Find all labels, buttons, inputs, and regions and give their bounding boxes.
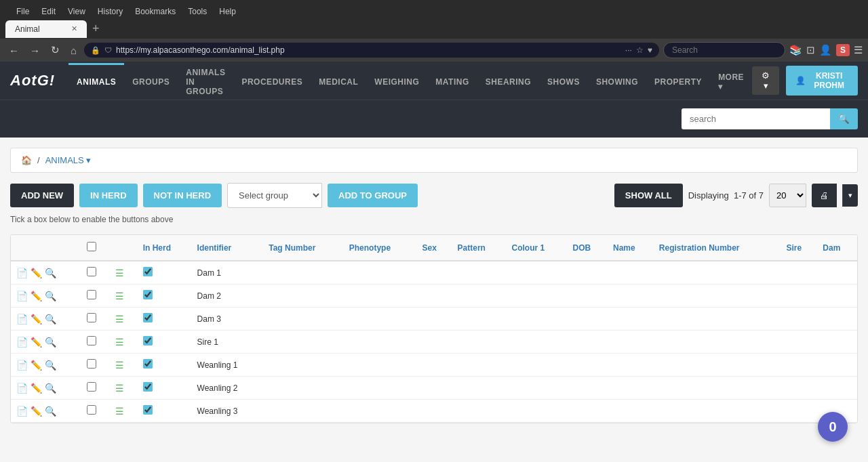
row-checkbox[interactable]: [87, 290, 96, 299]
search-row-icon[interactable]: 🔍: [45, 268, 56, 278]
col-in-herd-link[interactable]: In Herd: [143, 243, 171, 253]
nav-mating[interactable]: MATING: [427, 63, 477, 99]
edit-icon[interactable]: ✏️: [31, 360, 42, 371]
row-checkbox[interactable]: [87, 405, 96, 415]
menu-history[interactable]: History: [92, 5, 128, 18]
home-icon[interactable]: 🏠: [21, 155, 32, 165]
doc-icon[interactable]: 📄: [16, 314, 28, 324]
edit-icon[interactable]: ✏️: [31, 383, 42, 394]
new-tab-button[interactable]: +: [87, 19, 105, 39]
nav-more[interactable]: MORE: [710, 58, 752, 104]
search-row-icon[interactable]: 🔍: [45, 360, 56, 371]
in-herd-checkbox[interactable]: [143, 405, 153, 415]
print-button[interactable]: 🖨: [812, 184, 837, 207]
col-dob-link[interactable]: DOB: [573, 243, 591, 253]
nav-showing[interactable]: SHOWING: [588, 63, 646, 99]
col-sire-link[interactable]: Sire: [786, 243, 802, 253]
nav-shearing[interactable]: SHEARING: [477, 63, 539, 99]
reload-button[interactable]: ↻: [47, 42, 63, 58]
menu-bookmarks[interactable]: Bookmarks: [130, 5, 181, 18]
search-row-icon[interactable]: 🔍: [45, 406, 56, 417]
menu-view[interactable]: View: [62, 5, 91, 18]
show-all-button[interactable]: SHOW ALL: [614, 184, 683, 207]
doc-icon[interactable]: 📄: [16, 406, 28, 417]
nav-weighing[interactable]: WEIGHING: [366, 63, 427, 99]
nav-medical[interactable]: MEDICAL: [311, 63, 366, 99]
edit-icon[interactable]: ✏️: [31, 337, 42, 348]
search-button[interactable]: 🔍: [830, 108, 858, 129]
in-herd-checkbox[interactable]: [143, 382, 153, 392]
nav-groups[interactable]: GROUPS: [124, 63, 178, 99]
col-sex-link[interactable]: Sex: [422, 243, 437, 253]
edit-icon[interactable]: ✏️: [31, 406, 42, 417]
in-herd-checkbox[interactable]: [143, 290, 153, 299]
in-herd-checkbox[interactable]: [143, 359, 153, 369]
row-checkbox[interactable]: [87, 267, 96, 276]
sidebar-icon[interactable]: ⊡: [806, 44, 815, 56]
row-checkbox[interactable]: [87, 359, 96, 369]
print-dropdown-button[interactable]: ▾: [842, 184, 858, 207]
per-page-select[interactable]: 20: [769, 184, 806, 207]
user-button[interactable]: 👤 KRISTI PROHM: [786, 66, 858, 96]
edit-icon[interactable]: ✏️: [31, 268, 42, 278]
add-to-group-button[interactable]: ADD TO GROUP: [328, 184, 418, 207]
search-input[interactable]: [682, 108, 830, 129]
list-icon[interactable]: ☰: [115, 337, 124, 348]
hamburger-icon[interactable]: ☰: [854, 44, 863, 56]
nav-animals[interactable]: ANIMALS: [68, 63, 124, 99]
nav-property[interactable]: PROPERTY: [646, 63, 710, 99]
doc-icon[interactable]: 📄: [16, 337, 28, 348]
select-group-dropdown[interactable]: Select group: [227, 183, 322, 208]
search-row-icon[interactable]: 🔍: [45, 337, 56, 348]
menu-tools[interactable]: Tools: [182, 5, 212, 18]
list-icon[interactable]: ☰: [115, 268, 124, 278]
menu-file[interactable]: File: [11, 5, 35, 18]
list-icon[interactable]: ☰: [115, 360, 124, 371]
menu-edit[interactable]: Edit: [36, 5, 61, 18]
profile-icon[interactable]: S: [836, 44, 850, 56]
search-row-icon[interactable]: 🔍: [45, 383, 56, 394]
add-new-button[interactable]: ADD NEW: [10, 184, 74, 207]
search-row-icon[interactable]: 🔍: [45, 314, 56, 324]
nav-procedures[interactable]: PROCEDURES: [233, 63, 311, 99]
settings-button[interactable]: ⚙ ▾: [752, 66, 779, 95]
in-herd-button[interactable]: IN HERD: [79, 184, 137, 207]
col-identifier-link[interactable]: Identifier: [197, 243, 232, 253]
in-herd-checkbox[interactable]: [143, 267, 153, 276]
in-herd-checkbox[interactable]: [143, 313, 153, 322]
list-icon[interactable]: ☰: [115, 406, 124, 417]
row-checkbox[interactable]: [87, 313, 96, 322]
tab-close-button[interactable]: ✕: [71, 24, 77, 33]
list-icon[interactable]: ☰: [115, 291, 124, 301]
row-checkbox[interactable]: [87, 382, 96, 392]
col-colour1-link[interactable]: Colour 1: [511, 243, 545, 253]
back-button[interactable]: ←: [5, 43, 22, 58]
doc-icon[interactable]: 📄: [16, 291, 28, 301]
col-reg-number-link[interactable]: Registration Number: [659, 243, 740, 253]
doc-icon[interactable]: 📄: [16, 360, 28, 371]
col-tag-number-link[interactable]: Tag Number: [269, 243, 315, 253]
list-icon[interactable]: ☰: [115, 383, 124, 394]
notification-icon[interactable]: 👤: [819, 44, 832, 56]
in-herd-checkbox[interactable]: [143, 336, 153, 345]
edit-icon[interactable]: ✏️: [31, 291, 42, 301]
search-row-icon[interactable]: 🔍: [45, 291, 56, 301]
nav-shows[interactable]: SHOWS: [539, 63, 588, 99]
col-phenotype-link[interactable]: Phenotype: [349, 243, 391, 253]
forward-button[interactable]: →: [26, 43, 43, 58]
col-name-link[interactable]: Name: [613, 243, 635, 253]
doc-icon[interactable]: 📄: [16, 383, 28, 394]
not-in-herd-button[interactable]: NOT IN HERD: [143, 184, 222, 207]
edit-icon[interactable]: ✏️: [31, 314, 42, 324]
col-dam-link[interactable]: Dam: [823, 243, 840, 253]
row-checkbox[interactable]: [87, 336, 96, 345]
menu-help[interactable]: Help: [214, 5, 241, 18]
breadcrumb-animals[interactable]: ANIMALS ▾: [45, 155, 92, 165]
select-all-checkbox[interactable]: [87, 242, 96, 251]
active-tab[interactable]: Animal ✕: [5, 20, 87, 38]
col-pattern-link[interactable]: Pattern: [458, 243, 486, 253]
list-icon[interactable]: ☰: [115, 314, 124, 324]
doc-icon[interactable]: 📄: [16, 268, 28, 278]
bookmarks-icon[interactable]: 📚: [789, 44, 802, 56]
nav-animals-in-groups[interactable]: ANIMALS IN GROUPS: [178, 54, 233, 108]
